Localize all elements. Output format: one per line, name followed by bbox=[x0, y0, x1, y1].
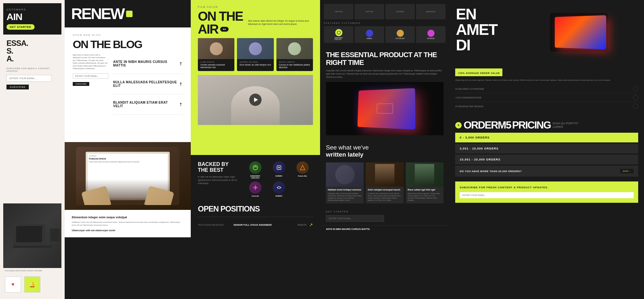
greenway-logo-icon bbox=[249, 161, 262, 174]
customer-logo-icon-2 bbox=[366, 30, 373, 37]
doc-white-section: Elementum integer enim neque volutpat Ha… bbox=[65, 210, 191, 237]
pos-arrow-1: ↗ bbox=[309, 222, 313, 227]
see-written-bold: written lately bbox=[326, 151, 363, 158]
metric-label-1: 20 SECONDS TO PURCHASE bbox=[455, 88, 484, 90]
laptop-screen-icon bbox=[375, 102, 394, 115]
on-the-air-title: ON THE AIR ●● bbox=[198, 10, 243, 36]
diam-text: DIAM QU PORTTIT LOREM bbox=[553, 122, 578, 129]
more-orders-btn[interactable]: MORE → bbox=[620, 169, 634, 173]
ep-2-info: AGNES NILSEN Eros donec ac odio tempor o… bbox=[237, 59, 274, 68]
subscribe-fresh-title: SUBSCRIBE FOR FRESH CONTENT & PRODUCT UP… bbox=[460, 186, 634, 189]
laptop-screen-glow bbox=[358, 88, 415, 129]
blog-dark-header: RENEW bbox=[65, 0, 191, 27]
customer-logo-icon-3 bbox=[397, 30, 404, 37]
subiro-2-logo-icon bbox=[273, 181, 285, 194]
blog-preview-title-1: Habitant morbi tristique senectus bbox=[328, 189, 362, 191]
logo-text-2: TWITTER bbox=[365, 11, 373, 13]
metric-check-1 bbox=[633, 86, 638, 91]
blog-img-person-3 bbox=[415, 164, 434, 185]
greenway-name: GREENWAYCIRCUITS bbox=[250, 175, 261, 179]
blog-headline: ON THE BLOG bbox=[73, 39, 183, 50]
blog-subscribe-button[interactable]: SUBSCRIBE bbox=[73, 82, 89, 86]
stats-desc: Adipiscing enim eu turpis egestas. Sempe… bbox=[455, 79, 638, 81]
episode-card-2[interactable]: AGNES NILSEN Eros donec ac odio tempor o… bbox=[237, 38, 274, 71]
play-button[interactable] bbox=[249, 94, 262, 106]
subscribe-section: SUBSCRIBE FOR WEEKLY CONTENT UPDATES SUB… bbox=[6, 67, 58, 89]
get-started-email-input[interactable] bbox=[326, 215, 384, 222]
pricing-tier-2[interactable]: 3,001 - 10,000 ORDERS bbox=[455, 144, 638, 153]
heart-icon-button[interactable]: ♥ bbox=[5, 276, 21, 293]
metric-row-3: 2X REVENUE PER SESSION bbox=[455, 102, 638, 110]
customer-name-4: Asteroid bbox=[427, 38, 435, 39]
video-container[interactable] bbox=[198, 75, 313, 125]
pricing-tier-4[interactable]: DO YOU HAVE MORE THAN 20,000 ORDERS? MOR… bbox=[455, 166, 638, 177]
metric-check-3 bbox=[633, 104, 638, 109]
on-the-air-panel: FILM COLOR ON THE AIR ●● Mus mauris vita… bbox=[191, 0, 320, 155]
customer-logo-3: Future Nat bbox=[385, 26, 415, 43]
doc-text: Habitantur enim nisl vel ullamcorper acc… bbox=[72, 221, 184, 227]
pricing-subtitle: PRICING bbox=[512, 119, 551, 131]
blog-preview-img-1 bbox=[326, 162, 364, 187]
blog-preview-img-3 bbox=[406, 162, 444, 187]
average-order-text: +30% AVERAGE ORDER VALUE bbox=[458, 72, 500, 74]
backed-desc: In vitae nisl vel ullamcorper clique. Eg… bbox=[198, 175, 240, 185]
blog-sidebar-info: Eget dolor et dolors lorem elit et adipi… bbox=[73, 54, 108, 115]
pricing-tier-1[interactable]: 0 - 3,000 ORDERS bbox=[455, 133, 638, 142]
open-positions-title: OPEN POSITIONS bbox=[198, 205, 313, 213]
ep-1-thumb bbox=[198, 38, 234, 59]
blog-preview-text-2: In dictum non consectetur a erat nam at … bbox=[368, 192, 402, 202]
featured-customers-label: FEATURED CUSTOMERS bbox=[320, 21, 449, 26]
subscribe-button[interactable]: SUBSCRIBE bbox=[6, 85, 29, 89]
top-logos-row: TWITTER TWITTER DRAWER REDESIGN bbox=[320, 0, 449, 21]
blog-post-item-1[interactable]: ANTE IN NIBH MAURIS CURSUS MATTIS ↗ bbox=[113, 54, 183, 74]
blog-preview-card-1[interactable]: Habitant morbi tristique senectus Vulput… bbox=[326, 162, 364, 203]
metric-label-3: 2X REVENUE PER SESSION bbox=[455, 105, 483, 108]
pricing-tiers-list: 0 - 3,000 ORDERS 3,001 - 10,000 ORDERS 1… bbox=[455, 133, 638, 177]
orderm5-pricing-section: $ ORDERM5 PRICING DIAM QU PORTTIT LOREM … bbox=[449, 114, 644, 181]
on-the-air-title-row: ON THE AIR ●● Mus mauris vitae ultrices … bbox=[198, 10, 313, 36]
subscribe-fresh-email[interactable] bbox=[460, 192, 634, 198]
ep-1-person bbox=[210, 42, 223, 55]
get-started-button[interactable]: GET STARTED bbox=[6, 24, 35, 30]
en-amet-section: EN AMET DI bbox=[449, 0, 514, 65]
customer-name-3: Future Nat bbox=[395, 38, 404, 39]
episode-card-1[interactable]: LIAM DAVIS Ornare aenean euismod element… bbox=[198, 38, 234, 71]
pricing-tier-3[interactable]: 10,001 - 20,000 ORDERS bbox=[455, 155, 638, 164]
asteroid-name: Asteroid bbox=[252, 195, 259, 197]
bell-icon-button[interactable]: 🔔 bbox=[24, 276, 40, 293]
big-text-section: ESSA. S. A. SUBSCRIBE FOR WEEKLY CONTENT… bbox=[3, 36, 61, 200]
blog-email-input[interactable] bbox=[73, 73, 108, 79]
tier-label-2: 3,001 - 10,000 ORDERS bbox=[460, 147, 499, 150]
ep-3-desc: Cursus in hac habitasse platea dictumst bbox=[279, 64, 310, 69]
air-text: AIR bbox=[198, 23, 218, 36]
asteroid-logo-icon bbox=[249, 181, 262, 194]
blog-bottom-panel: CONTENT Featured Article Lorem ipsum dol… bbox=[65, 142, 191, 299]
blog-post-title-3: BLANDIT ALIQUAM ETIAM ERAT VELIT bbox=[113, 101, 179, 108]
laptop-graphic bbox=[3, 203, 61, 268]
metric-label-2: +15% CONVERSION RATE bbox=[455, 97, 481, 99]
customers-label: USTOMERS bbox=[6, 8, 58, 11]
brand-greenway: GREENWAYCIRCUITS bbox=[245, 161, 266, 179]
blog-preview-card-2[interactable]: Amet volutpat consequat mauris In dictum… bbox=[366, 162, 403, 203]
doc-subtitle: Ullamcorper velit sed ullamcorper morbi bbox=[72, 229, 184, 232]
blog-post-title-1: ANTE IN NIBH MAURIS CURSUS MATTIS bbox=[113, 60, 179, 67]
ep-2-person bbox=[249, 42, 262, 55]
blog-img-person-1 bbox=[335, 165, 355, 184]
pos-type-1: REMOTE bbox=[297, 224, 306, 226]
lorem-text-small: lvorra ipsum elit et amet cuvenas venena… bbox=[3, 268, 61, 273]
yellow-header: FILM COLOR ON THE AIR ●● Mus mauris vita… bbox=[191, 0, 320, 38]
essential-product-desc: Vulputate odio ut enim blandit volutpat … bbox=[326, 69, 444, 78]
email-input[interactable] bbox=[6, 75, 52, 82]
ep-3-thumb bbox=[276, 38, 313, 59]
episode-card-3[interactable]: ADICK SMITH Cursus in hac habitasse plat… bbox=[276, 38, 313, 71]
position-row-1[interactable]: TECH/ENGINEERING SENIOR FULL STACK ENGIN… bbox=[198, 220, 313, 230]
see-written-section: See what we've written lately Habitant m… bbox=[320, 140, 449, 211]
blog-img-person-2 bbox=[375, 164, 394, 185]
blog-preview-card-3[interactable]: Risus nullam eget felis eget elementum t… bbox=[406, 162, 444, 203]
blog-post-item-3[interactable]: BLANDIT ALIQUAM ETIAM ERAT VELIT ↗ bbox=[113, 94, 183, 115]
ep-3-name: ADICK SMITH bbox=[279, 61, 310, 63]
tier-label-3: 10,001 - 20,000 ORDERS bbox=[460, 158, 500, 161]
tier-label-4: DO YOU HAVE MORE THAN 20,000 ORDERS? bbox=[460, 170, 522, 173]
brand-futurenet: Future Net bbox=[292, 161, 313, 179]
blog-post-item-2[interactable]: NULLA MALESUADA PELLENTESQUE ELIT ↗ bbox=[113, 74, 183, 94]
